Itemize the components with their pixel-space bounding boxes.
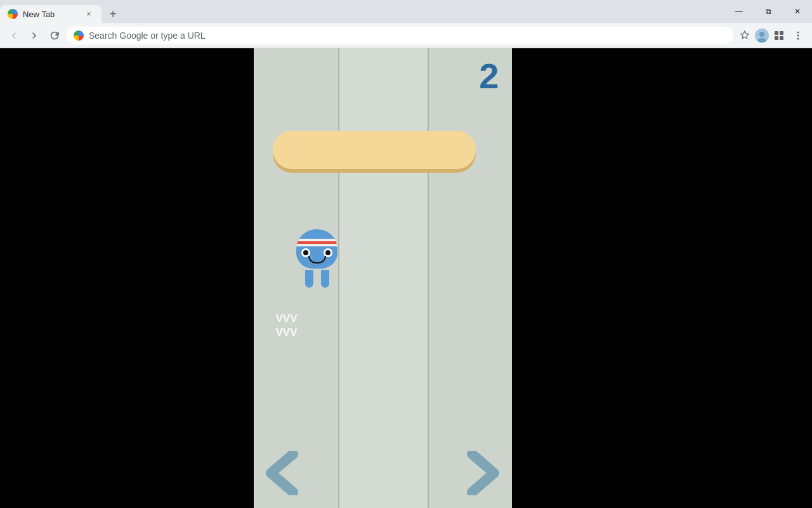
tab-title: New Tab [23,10,79,19]
svg-point-7 [797,31,799,33]
platform-obstacle [273,131,476,169]
character [292,229,343,288]
tab-bar: New Tab × + — ⧉ ✕ [0,0,812,23]
right-arrow-button[interactable] [461,451,506,495]
window-controls: — ⧉ ✕ [724,0,812,23]
lane-center [338,48,428,508]
svg-point-1 [759,32,764,37]
toolbar: Search Google or type a URL [0,23,812,48]
extensions-button[interactable] [770,27,788,44]
forward-button[interactable] [25,27,43,44]
content-area: 2 [0,48,812,508]
tab-favicon [8,9,18,19]
bookmark-star-button[interactable] [736,27,754,44]
svg-rect-4 [780,31,783,35]
game-viewport[interactable]: 2 [254,48,512,508]
active-tab[interactable]: New Tab × [0,5,102,23]
vvv-logo: VVV VVV [276,312,298,340]
toolbar-right [736,27,807,44]
tab-close-button[interactable]: × [84,9,94,19]
back-button[interactable] [5,27,23,44]
svg-rect-6 [780,36,783,40]
profile-avatar[interactable] [755,29,769,43]
svg-point-8 [797,34,799,36]
new-tab-button[interactable]: + [104,5,122,23]
menu-button[interactable] [789,27,807,44]
lane-right [428,48,512,508]
google-logo-icon [74,30,84,41]
svg-rect-3 [775,31,778,35]
svg-point-9 [797,37,799,39]
maximize-button[interactable]: ⧉ [754,0,783,23]
address-text: Search Google or type a URL [89,30,206,41]
close-window-button[interactable]: ✕ [783,0,812,23]
browser-frame: New Tab × + — ⧉ ✕ Search Google or type … [0,0,812,508]
svg-rect-5 [775,36,778,40]
score-display: 2 [479,58,499,94]
reload-button[interactable] [46,27,63,44]
minimize-button[interactable]: — [724,0,754,23]
address-bar[interactable]: Search Google or type a URL [66,27,733,44]
lane-divider-right [428,48,429,508]
left-arrow-button[interactable] [260,451,304,495]
